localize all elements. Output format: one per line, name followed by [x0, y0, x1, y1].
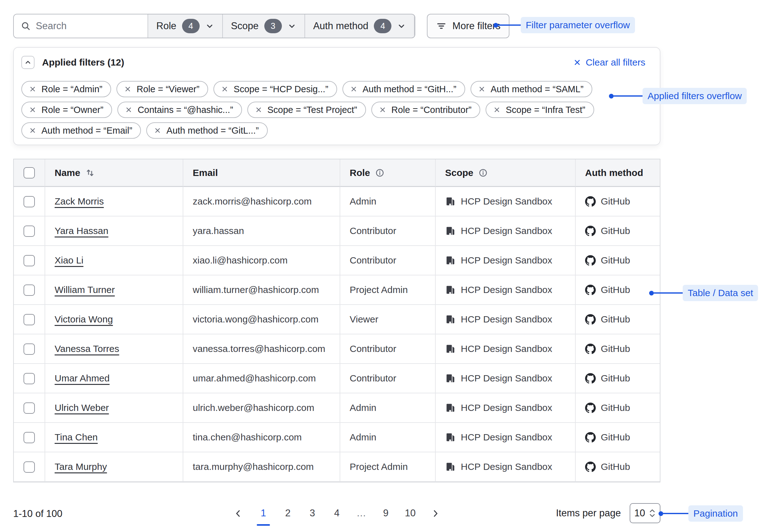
page-number[interactable]: 9 [380, 506, 392, 526]
filter-chip[interactable]: Scope = “Infra Test” [485, 102, 594, 118]
user-email: william.turner@hashicorp.com [193, 285, 319, 295]
filter-chip[interactable]: Auth method = “GitL...” [146, 122, 268, 139]
chip-dismiss-icon[interactable] [493, 106, 501, 114]
table-row: Umar Ahmed umar.ahmed@hashicorp.com Cont… [14, 364, 660, 393]
results-range: 1-10 of 100 [13, 508, 63, 519]
row-checkbox[interactable] [24, 285, 35, 296]
chip-dismiss-icon[interactable] [379, 106, 386, 114]
row-checkbox[interactable] [24, 373, 35, 384]
row-checkbox[interactable] [24, 255, 35, 266]
filter-dropdown[interactable]: Scope 3 [223, 14, 305, 38]
filter-chip[interactable]: Scope = “HCP Desig...” [213, 81, 337, 97]
select-all-checkbox[interactable] [24, 167, 35, 179]
user-auth-method: GitHub [601, 196, 630, 207]
user-name-link[interactable]: Victoria Wong [55, 314, 113, 324]
row-checkbox[interactable] [24, 314, 35, 325]
user-name-link[interactable]: Xiao Li [55, 255, 84, 265]
filter-chip[interactable]: Auth method = “SAML” [471, 81, 592, 97]
filter-chip[interactable]: Scope = “Test Project” [247, 102, 366, 118]
github-icon [585, 373, 596, 384]
chip-dismiss-icon[interactable] [478, 85, 485, 93]
page-number[interactable]: 3 [306, 506, 318, 526]
page-number[interactable]: 4 [331, 506, 343, 526]
filter-chip[interactable]: Role = “Admin” [21, 81, 111, 97]
chip-dismiss-icon[interactable] [221, 85, 229, 93]
row-checkbox[interactable] [24, 225, 35, 237]
column-header-role: Role [350, 168, 370, 178]
search-input[interactable] [36, 20, 141, 32]
table-row: Yara Hassan yara.hassan Contributor HCP … [14, 216, 660, 246]
user-email: vanessa.torres@hashicorp.com [193, 343, 325, 354]
clear-all-filters-link[interactable]: Clear all filters [573, 57, 645, 68]
user-name-link[interactable]: Zack Morris [55, 196, 104, 206]
filter-chip[interactable]: Auth method = “GitH...” [342, 81, 465, 97]
chip-dismiss-icon[interactable] [29, 85, 36, 93]
chip-dismiss-icon[interactable] [29, 106, 36, 114]
chip-dismiss-icon[interactable] [124, 85, 131, 93]
chip-dismiss-icon[interactable] [255, 106, 263, 114]
org-building-icon [445, 432, 456, 443]
user-name-link[interactable]: William Turner [55, 285, 115, 295]
filter-chip[interactable]: Contains = “@hashic...” [117, 102, 242, 118]
applied-filter-chips: Role = “Admin”Role = “Viewer”Scope = “HC… [21, 81, 622, 139]
user-name-link[interactable]: Tara Murphy [55, 462, 107, 472]
user-auth-method: GitHub [601, 225, 630, 236]
annotation-label: Pagination [688, 505, 743, 522]
chip-label: Auth method = “SAML” [490, 84, 584, 94]
previous-page-arrow-icon[interactable] [232, 509, 245, 523]
items-per-page-label: Items per page [556, 507, 621, 519]
chip-dismiss-icon[interactable] [154, 127, 161, 134]
sort-icon[interactable] [86, 168, 95, 178]
chip-label: Scope = “HCP Desig...” [234, 84, 328, 94]
pager: 1 2 3 4 … 9 10 [232, 506, 442, 526]
user-role: Viewer [350, 314, 378, 324]
chip-dismiss-icon[interactable] [350, 85, 357, 93]
chip-label: Auth method = “GitL...” [166, 125, 259, 136]
user-email: tara.murphy@hashicorp.com [193, 462, 314, 472]
table-row: Tina Chen tina.chen@hashicorp.com Admin … [14, 423, 660, 452]
filter-dropdown-label: Auth method [313, 20, 368, 32]
chip-dismiss-icon[interactable] [125, 106, 132, 114]
annotation-dot [609, 94, 614, 98]
filter-chip[interactable]: Role = “Contributor” [371, 102, 480, 118]
row-checkbox[interactable] [24, 343, 35, 355]
row-checkbox[interactable] [24, 462, 35, 473]
chip-label: Role = “Admin” [42, 84, 102, 94]
filter-chip[interactable]: Auth method = “Email” [21, 122, 141, 139]
filter-chip[interactable]: Role = “Owner” [21, 102, 112, 118]
filter-chip[interactable]: Role = “Viewer” [116, 81, 208, 97]
collapse-button[interactable] [21, 56, 35, 69]
org-building-icon [445, 462, 456, 472]
row-checkbox[interactable] [24, 432, 35, 443]
filter-dropdown[interactable]: Role 4 [148, 14, 223, 38]
info-icon[interactable] [478, 168, 488, 178]
user-auth-method: GitHub [601, 314, 630, 325]
items-per-page-select[interactable]: 10 [630, 503, 661, 523]
row-checkbox[interactable] [24, 402, 35, 414]
page-number[interactable]: 10 [404, 506, 416, 526]
org-building-icon [445, 314, 456, 325]
next-page-arrow-icon[interactable] [429, 509, 442, 523]
user-name-link[interactable]: Umar Ahmed [55, 373, 109, 383]
user-name-link[interactable]: Ulrich Weber [55, 402, 109, 413]
user-name-link[interactable]: Vanessa Torres [55, 343, 119, 354]
row-checkbox[interactable] [24, 196, 35, 207]
filter-count-badge: 4 [374, 19, 391, 33]
table-row: Vanessa Torres vanessa.torres@hashicorp.… [14, 334, 660, 364]
search-field[interactable] [14, 14, 148, 38]
user-email: umar.ahmed@hashicorp.com [193, 373, 316, 383]
filter-dropdown[interactable]: Auth method 4 [305, 14, 415, 38]
user-scope: HCP Design Sandbox [461, 402, 552, 413]
user-auth-method: GitHub [601, 285, 630, 295]
github-icon [585, 255, 596, 266]
user-name-link[interactable]: Yara Hassan [55, 225, 108, 236]
page-number[interactable]: 1 [258, 506, 269, 526]
chip-dismiss-icon[interactable] [29, 127, 36, 134]
select-chevrons-icon [649, 508, 656, 518]
users-table: Name Email Role [13, 159, 661, 482]
chevron-down-icon [205, 22, 214, 31]
user-name-link[interactable]: Tina Chen [55, 432, 97, 442]
user-email: tina.chen@hashicorp.com [193, 432, 302, 442]
page-number[interactable]: 2 [282, 506, 294, 526]
info-icon[interactable] [375, 168, 385, 178]
